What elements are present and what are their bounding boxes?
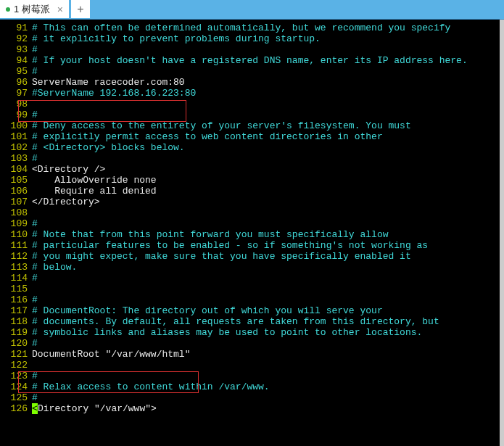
line-number: 126 <box>0 403 32 414</box>
code-line[interactable]: 123# <box>0 371 504 381</box>
line-number: 107 <box>0 197 32 207</box>
code-text: # <box>32 371 504 381</box>
status-dot-icon <box>6 7 10 12</box>
code-editor[interactable]: 91# This can often be determined automat… <box>0 20 504 446</box>
code-text <box>32 360 504 371</box>
code-text: # Note that from this point forward you … <box>32 229 504 240</box>
code-text: # documents. By default, all requests ar… <box>32 316 504 327</box>
code-line[interactable]: 105 AllowOverride none <box>0 175 504 186</box>
code-text: # Relax access to content within /var/ww… <box>32 381 504 392</box>
close-icon[interactable]: × <box>57 4 63 15</box>
line-number: 92 <box>0 33 32 44</box>
code-line[interactable]: 122 <box>0 360 504 371</box>
code-line[interactable]: 102# <Directory> blocks below. <box>0 142 504 153</box>
line-number: 106 <box>0 186 32 197</box>
code-line[interactable]: 120# <box>0 338 504 349</box>
code-line[interactable]: 106 Require all denied <box>0 186 504 197</box>
line-number: 121 <box>0 349 32 360</box>
code-line[interactable]: 99# <box>0 110 504 120</box>
line-number: 125 <box>0 392 32 403</box>
plus-icon: + <box>77 3 83 16</box>
code-text: # <box>32 44 504 55</box>
line-number: 113 <box>0 262 32 273</box>
code-text: # <box>32 392 504 403</box>
tab-bar: 1 树莓派 × + <box>0 0 504 20</box>
code-line[interactable]: 126<Directory "/var/www"> <box>0 403 504 414</box>
code-line[interactable]: 109# <box>0 218 504 229</box>
line-number: 101 <box>0 131 32 142</box>
line-number: 102 <box>0 142 32 153</box>
code-line[interactable]: 124# Relax access to content within /var… <box>0 381 504 392</box>
code-line[interactable]: 121DocumentRoot "/var/www/html" <box>0 349 504 360</box>
scrollbar[interactable] <box>500 20 504 446</box>
line-number: 117 <box>0 305 32 316</box>
code-line[interactable]: 91# This can often be determined automat… <box>0 22 504 33</box>
line-number: 99 <box>0 110 32 120</box>
line-number: 116 <box>0 294 32 305</box>
code-line[interactable]: 95# <box>0 66 504 77</box>
code-text: # explicitly permit access to web conten… <box>32 131 504 142</box>
code-line[interactable]: 103# <box>0 153 504 164</box>
code-line[interactable]: 119# symbolic links and aliases may be u… <box>0 327 504 338</box>
code-line[interactable]: 117# DocumentRoot: The directory out of … <box>0 305 504 316</box>
line-number: 111 <box>0 240 32 251</box>
code-line[interactable]: 107</Directory> <box>0 197 504 207</box>
line-number: 109 <box>0 218 32 229</box>
code-text: # <box>32 110 504 120</box>
tab-active[interactable]: 1 树莓派 × <box>0 0 69 18</box>
code-text: ServerName racecoder.com:80 <box>32 77 504 88</box>
line-number: 98 <box>0 99 32 110</box>
code-line[interactable]: 113# below. <box>0 262 504 273</box>
code-text: # DocumentRoot: The directory out of whi… <box>32 305 504 316</box>
code-line[interactable]: 98 <box>0 99 504 110</box>
code-line[interactable]: 112# you might expect, make sure that yo… <box>0 251 504 262</box>
code-line[interactable]: 100# Deny access to the entirety of your… <box>0 120 504 131</box>
code-text: </Directory> <box>32 197 504 207</box>
code-text <box>32 207 504 218</box>
code-line[interactable]: 108 <box>0 207 504 218</box>
line-number: 93 <box>0 44 32 55</box>
code-text: # <box>32 153 504 164</box>
code-text: # you might expect, make sure that you h… <box>32 251 504 262</box>
cursor-icon: < <box>32 403 38 414</box>
line-number: 97 <box>0 88 32 99</box>
tab-label: 1 树莓派 <box>14 3 50 16</box>
code-line[interactable]: 94# If your host doesn't have a register… <box>0 55 504 66</box>
line-number: 123 <box>0 371 32 381</box>
code-line[interactable]: 125# <box>0 392 504 403</box>
code-line[interactable]: 96ServerName racecoder.com:80 <box>0 77 504 88</box>
line-number: 120 <box>0 338 32 349</box>
line-number: 105 <box>0 175 32 186</box>
code-line[interactable]: 115 <box>0 284 504 294</box>
code-line[interactable]: 110# Note that from this point forward y… <box>0 229 504 240</box>
tab-add-button[interactable]: + <box>71 0 90 18</box>
code-text: # <box>32 338 504 349</box>
code-line[interactable]: 97#ServerName 192.168.16.223:80 <box>0 88 504 99</box>
code-line[interactable]: 118# documents. By default, all requests… <box>0 316 504 327</box>
code-line[interactable]: 114# <box>0 273 504 284</box>
line-number: 96 <box>0 77 32 88</box>
line-number: 122 <box>0 360 32 371</box>
line-number: 94 <box>0 55 32 66</box>
code-line[interactable]: 101# explicitly permit access to web con… <box>0 131 504 142</box>
code-line[interactable]: 104<Directory /> <box>0 164 504 175</box>
code-line[interactable]: 111# particular features to be enabled -… <box>0 240 504 251</box>
code-line[interactable]: 93# <box>0 44 504 55</box>
code-text: <Directory "/var/www"> <box>32 403 504 414</box>
code-line[interactable]: 92# it explicitly to prevent problems du… <box>0 33 504 44</box>
code-text <box>32 99 504 110</box>
code-text: # <box>32 294 504 305</box>
code-text: # <Directory> blocks below. <box>32 142 504 153</box>
line-number: 100 <box>0 120 32 131</box>
code-text: Require all denied <box>32 186 504 197</box>
code-text: # <box>32 218 504 229</box>
code-text: # Deny access to the entirety of your se… <box>32 120 504 131</box>
line-number: 108 <box>0 207 32 218</box>
code-text: # below. <box>32 262 504 273</box>
code-line[interactable]: 116# <box>0 294 504 305</box>
line-number: 103 <box>0 153 32 164</box>
code-text: # symbolic links and aliases may be used… <box>32 327 504 338</box>
line-number: 115 <box>0 284 32 294</box>
line-number: 95 <box>0 66 32 77</box>
code-text: # particular features to be enabled - so… <box>32 240 504 251</box>
